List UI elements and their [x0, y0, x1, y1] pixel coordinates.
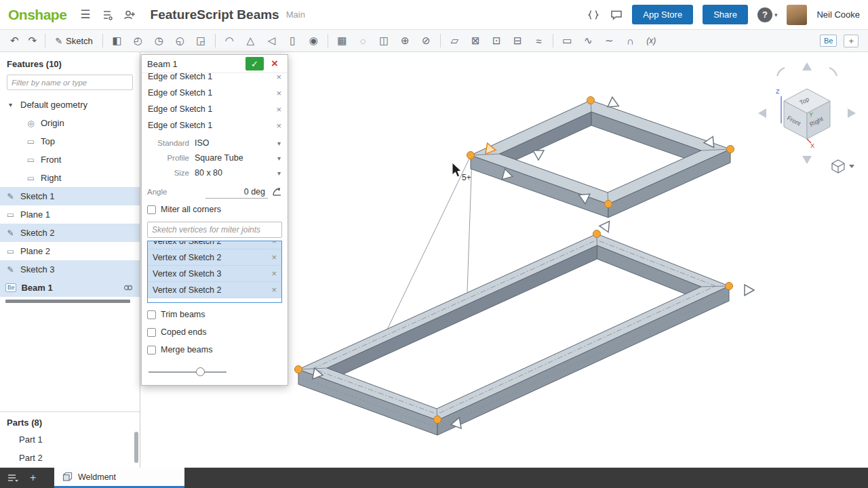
fillet-icon[interactable]: ◠ [219, 33, 240, 49]
feature-item-plane-1[interactable]: ▭Plane 1 [0, 205, 140, 224]
cancel-button[interactable]: × [267, 57, 282, 70]
remove-icon[interactable]: × [271, 268, 277, 279]
feature-item-beam-1[interactable]: BeBeam 1 [0, 279, 140, 297]
remove-icon[interactable]: × [271, 252, 277, 262]
tab-weldment[interactable]: Weldment [54, 468, 184, 488]
project-curve-icon[interactable]: ∩ [620, 33, 641, 49]
hamburger-menu-icon[interactable]: ☰ [80, 7, 90, 22]
view-options-button[interactable] [832, 160, 854, 173]
onshape-logo[interactable]: Onshape [8, 7, 66, 23]
add-custom-feature-button[interactable]: + [844, 35, 859, 47]
miter-vertices-input[interactable] [147, 222, 282, 238]
size-select[interactable]: Size 80 x 80 ▾ [142, 165, 288, 180]
miter-all-corners-checkbox[interactable]: Miter all corners [142, 201, 288, 218]
revolve-icon[interactable]: ◴ [127, 33, 149, 49]
feature-item-top[interactable]: ▭Top [0, 132, 140, 150]
part-item-part-1[interactable]: Part 1 [0, 430, 140, 449]
linear-pattern-icon[interactable]: ▦ [332, 33, 353, 49]
helix-icon[interactable]: ∿ [578, 33, 599, 49]
thicken-icon[interactable]: ◲ [191, 33, 212, 49]
standard-select[interactable]: Standard ISO ▾ [142, 136, 288, 150]
coped-ends-checkbox[interactable]: Coped ends [142, 323, 288, 341]
sketch-button[interactable]: ✎ Sketch [49, 36, 99, 46]
replace-face-icon[interactable]: ⊟ [507, 33, 528, 49]
feature-item-sketch-1[interactable]: ✎Sketch 1 [0, 187, 140, 205]
preview-slider[interactable] [147, 367, 282, 377]
delete-part-icon[interactable]: ⊠ [465, 33, 486, 49]
selection-list-item[interactable]: Edge of Sketch 1× [142, 85, 288, 101]
app-store-button[interactable]: App Store [632, 5, 693, 24]
edge-selection-list[interactable]: Edge of Sketch 1×Edge of Sketch 1×Edge o… [142, 73, 288, 136]
remove-icon[interactable]: × [276, 73, 281, 82]
extrude-icon[interactable]: ◧ [106, 33, 127, 49]
hole-icon[interactable]: ◉ [303, 33, 324, 49]
rotate-left-arrow[interactable] [758, 108, 766, 118]
loft-icon[interactable]: ◵ [170, 33, 191, 49]
remove-icon[interactable]: × [271, 285, 277, 295]
panel-scrollbar[interactable] [134, 432, 138, 463]
circular-pattern-icon[interactable]: ◌ [353, 33, 374, 49]
redo-button[interactable]: ↷ [24, 35, 42, 47]
trim-beams-checkbox[interactable]: Trim beams [142, 306, 288, 323]
comment-icon[interactable] [610, 9, 623, 20]
feature-item-sketch-2[interactable]: ✎Sketch 2 [0, 224, 140, 242]
transform-icon[interactable]: ▱ [444, 33, 465, 49]
feature-item-origin[interactable]: ◎Origin [0, 114, 140, 132]
chamfer-icon[interactable]: △ [240, 33, 261, 49]
merge-beams-checkbox[interactable]: Merge beams [142, 341, 288, 359]
add-tab-button[interactable]: + [30, 472, 36, 484]
variable-icon[interactable]: (x) [641, 33, 662, 49]
add-user-icon[interactable] [123, 9, 136, 20]
remove-icon[interactable]: × [276, 104, 281, 115]
view-cube[interactable]: Top Front Right Z X Y [758, 62, 856, 164]
angle-direction-icon[interactable] [272, 187, 282, 197]
mirror-icon[interactable]: ◫ [374, 33, 395, 49]
share-button[interactable]: Share [703, 5, 748, 24]
tab-manager-icon[interactable] [7, 473, 19, 483]
rotate-up-arrow[interactable] [802, 62, 812, 70]
selection-list-item[interactable]: Edge of Sketch 1× [142, 73, 288, 85]
plane-icon[interactable]: ▭ [557, 33, 578, 49]
undo-button[interactable]: ↶ [5, 35, 24, 47]
selection-list-item[interactable]: Vertex of Sketch 2× [148, 282, 281, 298]
draft-icon[interactable]: ◁ [261, 33, 282, 49]
angle-input[interactable]: 0 deg [205, 186, 268, 199]
selection-list-item[interactable]: Vertex of Sketch 3× [148, 266, 281, 282]
versions-icon[interactable] [102, 9, 113, 20]
offset-surface-icon[interactable]: ≈ [528, 33, 549, 49]
workspace-name[interactable]: Main [286, 9, 305, 20]
feature-item-plane-2[interactable]: ▭Plane 2 [0, 242, 140, 260]
remove-icon[interactable]: × [271, 241, 277, 246]
feature-item-front[interactable]: ▭Front [0, 150, 140, 169]
roll-ccw-arrow[interactable] [777, 68, 785, 76]
remove-icon[interactable]: × [276, 121, 281, 131]
commit-button[interactable]: ✓ [245, 57, 264, 70]
user-avatar[interactable] [787, 5, 807, 25]
feature-item-right[interactable]: ▭Right [0, 169, 140, 187]
rollback-bar[interactable] [5, 300, 130, 303]
custom-beam-feature-button[interactable]: Be [820, 35, 837, 47]
vertex-selection-list[interactable]: Vertex of Sketch 2×Vertex of Sketch 2×Ve… [147, 241, 282, 303]
split-icon[interactable]: ⊘ [416, 33, 437, 49]
roll-cw-arrow[interactable] [829, 68, 837, 76]
rotate-down-arrow[interactable] [802, 156, 812, 164]
selection-list-item[interactable]: Edge of Sketch 1× [142, 101, 288, 117]
beam-frame-lower[interactable] [298, 234, 729, 435]
spline-icon[interactable]: ∼ [599, 33, 620, 49]
feature-item-default-geometry[interactable]: ▾Default geometry [0, 96, 140, 114]
beam-frame-upper[interactable] [471, 100, 730, 218]
profile-select[interactable]: Profile Square Tube ▾ [142, 150, 288, 165]
slider-handle[interactable] [196, 367, 205, 376]
rotate-right-arrow[interactable] [848, 108, 856, 118]
shell-icon[interactable]: ▯ [282, 33, 303, 49]
selection-list-item[interactable]: Vertex of Sketch 2× [148, 241, 281, 249]
selection-list-item[interactable]: Vertex of Sketch 2× [148, 249, 281, 266]
boolean-icon[interactable]: ⊕ [395, 33, 416, 49]
help-menu[interactable]: ? ▾ [757, 7, 778, 22]
featurescript-icon[interactable] [587, 9, 599, 20]
move-face-icon[interactable]: ⊡ [486, 33, 507, 49]
remove-icon[interactable]: × [276, 88, 281, 98]
selection-list-item[interactable]: Edge of Sketch 1× [142, 117, 288, 134]
part-item-part-2[interactable]: Part 2 [0, 449, 140, 467]
feature-filter-input[interactable] [7, 75, 133, 90]
